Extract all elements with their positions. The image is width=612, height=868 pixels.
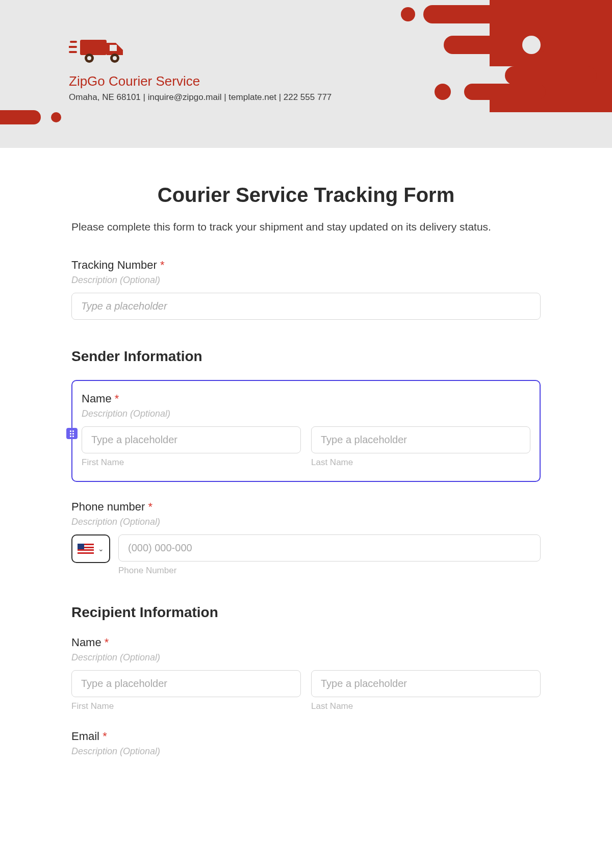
page-header: ZipGo Courier Service Omaha, NE 68101 | … [0, 0, 612, 148]
country-code-select[interactable]: ⌄ [71, 534, 110, 563]
required-asterisk: * [103, 730, 107, 743]
form-title: Courier Service Tracking Form [71, 184, 541, 207]
sender-last-name-input[interactable] [311, 426, 530, 453]
svg-point-14 [87, 56, 91, 60]
us-flag-icon [78, 544, 94, 554]
tracking-number-description[interactable]: Description (Optional) [71, 275, 541, 286]
header-decoration-right [362, 0, 612, 114]
recipient-first-name-input[interactable] [71, 670, 301, 697]
recipient-email-label: Email * [71, 730, 541, 743]
drag-handle-icon[interactable] [66, 428, 78, 439]
required-asterisk: * [115, 392, 119, 405]
brand-block: ZipGo Courier Service Omaha, NE 68101 | … [69, 31, 332, 103]
svg-rect-12 [110, 45, 117, 51]
svg-point-7 [435, 84, 451, 100]
sender-name-label-text: Name [82, 392, 112, 405]
sender-first-name-sublabel: First Name [82, 457, 301, 468]
form-container: Courier Service Tracking Form Please com… [61, 148, 551, 796]
recipient-name-block: Name * Description (Optional) First Name… [71, 636, 541, 711]
svg-point-10 [51, 112, 61, 122]
recipient-name-label-text: Name [71, 636, 101, 649]
svg-rect-19 [69, 51, 77, 53]
tracking-number-block: Tracking Number * Description (Optional) [71, 259, 541, 320]
brand-name: ZipGo Courier Service [69, 73, 332, 89]
svg-rect-11 [80, 40, 107, 55]
sender-phone-block: Phone number * Description (Optional) ⌄ … [71, 500, 541, 576]
recipient-first-name-sublabel: First Name [71, 701, 301, 711]
sender-section-heading: Sender Information [71, 348, 541, 365]
sender-phone-input[interactable] [118, 534, 541, 561]
recipient-section-heading: Recipient Information [71, 604, 541, 621]
sender-last-name-sublabel: Last Name [311, 457, 530, 468]
svg-rect-18 [69, 46, 77, 48]
sender-phone-label-text: Phone number [71, 500, 145, 513]
truck-icon [69, 31, 332, 68]
tracking-number-input[interactable] [71, 293, 541, 320]
svg-point-16 [113, 56, 117, 60]
brand-subline: Omaha, NE 68101 | inquire@zipgo.mail | t… [69, 92, 332, 103]
sender-first-name-input[interactable] [82, 426, 301, 453]
recipient-last-name-sublabel: Last Name [311, 701, 541, 711]
svg-point-4 [522, 36, 541, 54]
chevron-down-icon: ⌄ [98, 545, 104, 553]
recipient-name-label: Name * [71, 636, 541, 649]
recipient-email-block: Email * Description (Optional) [71, 730, 541, 757]
svg-rect-9 [0, 110, 41, 124]
form-intro: Please complete this form to track your … [71, 221, 541, 233]
recipient-name-description[interactable]: Description (Optional) [71, 652, 541, 663]
recipient-email-label-text: Email [71, 730, 99, 743]
svg-rect-1 [423, 5, 505, 23]
sender-phone-sublabel: Phone Number [118, 566, 541, 576]
sender-name-block-selected[interactable]: Name * Description (Optional) First Name… [71, 380, 541, 482]
svg-point-2 [401, 7, 415, 21]
tracking-number-label-text: Tracking Number [71, 259, 157, 271]
required-asterisk: * [148, 500, 152, 513]
svg-rect-8 [464, 84, 546, 100]
recipient-last-name-input[interactable] [311, 670, 541, 697]
tracking-number-label: Tracking Number * [71, 259, 541, 272]
recipient-email-description[interactable]: Description (Optional) [71, 746, 541, 757]
svg-rect-6 [505, 66, 597, 85]
required-asterisk: * [160, 259, 165, 271]
sender-name-label: Name * [82, 392, 530, 405]
required-asterisk: * [105, 636, 109, 649]
sender-phone-label: Phone number * [71, 500, 541, 514]
sender-phone-description[interactable]: Description (Optional) [71, 517, 541, 527]
sender-name-description[interactable]: Description (Optional) [82, 409, 530, 419]
svg-rect-17 [70, 41, 77, 43]
header-decoration-left [0, 100, 82, 133]
